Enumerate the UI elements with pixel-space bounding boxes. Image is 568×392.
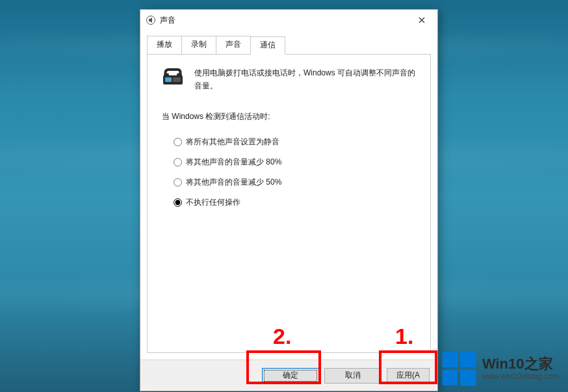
svg-point-5 xyxy=(164,73,169,77)
windows-logo-icon xyxy=(443,351,476,385)
radio-input[interactable] xyxy=(174,158,182,166)
svg-rect-2 xyxy=(165,77,172,82)
tab-sounds[interactable]: 声音 xyxy=(216,36,251,54)
watermark-url: www.win10xitong.com xyxy=(482,372,559,382)
button-bar: 确定 取消 应用(A xyxy=(140,359,437,391)
apply-button[interactable]: 应用(A xyxy=(387,368,430,384)
radio-reduce-50[interactable]: 将其他声音的音量减少 50% xyxy=(174,177,416,188)
titlebar: 声音 xyxy=(140,10,437,31)
radio-group: 将所有其他声音设置为静音 将其他声音的音量减少 80% 将其他声音的音量减少 5… xyxy=(162,137,416,208)
close-button[interactable] xyxy=(407,10,436,30)
detect-label: 当 Windows 检测到通信活动时: xyxy=(162,111,416,122)
radio-label: 将其他声音的音量减少 50% xyxy=(186,177,281,188)
radio-label: 将所有其他声音设置为静音 xyxy=(186,137,279,148)
radio-input[interactable] xyxy=(174,198,182,207)
cancel-button[interactable]: 取消 xyxy=(324,368,381,384)
svg-point-6 xyxy=(177,73,182,77)
sound-dialog: 声音 播放 录制 声音 通信 使用电脑拨打电 xyxy=(140,9,438,391)
intro-section: 使用电脑拨打电话或接电话时，Windows 可自动调整不同声音的音量。 xyxy=(162,66,416,93)
tab-communications[interactable]: 通信 xyxy=(250,36,285,55)
tabbar: 播放 录制 声音 通信 xyxy=(140,31,437,54)
dialog-title: 声音 xyxy=(160,15,175,26)
intro-text: 使用电脑拨打电话或接电话时，Windows 可自动调整不同声音的音量。 xyxy=(194,66,416,93)
phone-icon xyxy=(162,66,185,89)
radio-input[interactable] xyxy=(174,138,182,146)
radio-mute-all[interactable]: 将所有其他声音设置为静音 xyxy=(174,137,416,148)
svg-rect-3 xyxy=(173,77,181,82)
watermark-text: Win10之家 www.win10xitong.com xyxy=(482,356,559,381)
radio-input[interactable] xyxy=(174,178,182,187)
radio-label: 不执行任何操作 xyxy=(186,197,240,208)
tab-recording[interactable]: 录制 xyxy=(181,36,216,54)
radio-do-nothing[interactable]: 不执行任何操作 xyxy=(174,197,416,208)
sound-icon xyxy=(146,15,156,25)
radio-reduce-80[interactable]: 将其他声音的音量减少 80% xyxy=(174,157,416,168)
ok-button[interactable]: 确定 xyxy=(262,368,319,384)
watermark: Win10之家 www.win10xitong.com xyxy=(442,352,559,385)
tab-content: 使用电脑拨打电话或接电话时，Windows 可自动调整不同声音的音量。 当 Wi… xyxy=(147,54,431,353)
radio-label: 将其他声音的音量减少 80% xyxy=(186,157,281,168)
tab-playback[interactable]: 播放 xyxy=(147,36,182,54)
watermark-title: Win10之家 xyxy=(482,356,559,372)
